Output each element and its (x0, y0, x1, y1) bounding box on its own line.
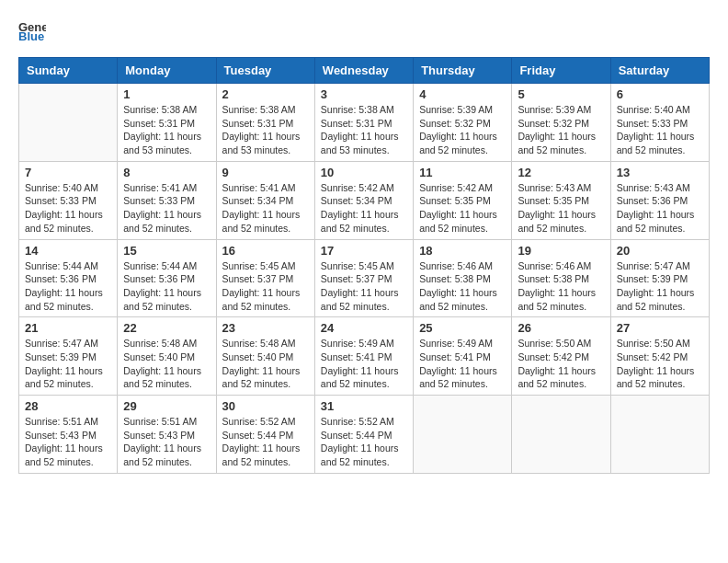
calendar-cell: 20Sunrise: 5:47 AMSunset: 5:39 PMDayligh… (610, 239, 709, 317)
day-header-thursday: Thursday (414, 58, 512, 84)
day-info: Sunrise: 5:39 AMSunset: 5:32 PMDaylight:… (419, 103, 506, 157)
week-row-3: 21Sunrise: 5:47 AMSunset: 5:39 PMDayligh… (19, 317, 710, 396)
day-info: Sunrise: 5:48 AMSunset: 5:40 PMDaylight:… (123, 337, 210, 391)
day-info: Sunrise: 5:50 AMSunset: 5:42 PMDaylight:… (518, 337, 604, 391)
day-info: Sunrise: 5:38 AMSunset: 5:31 PMDaylight:… (123, 103, 210, 157)
day-info: Sunrise: 5:44 AMSunset: 5:36 PMDaylight:… (25, 259, 111, 314)
calendar-cell: 22Sunrise: 5:48 AMSunset: 5:40 PMDayligh… (118, 317, 216, 396)
calendar-cell: 12Sunrise: 5:43 AMSunset: 5:35 PMDayligh… (512, 161, 610, 239)
day-number: 17 (321, 244, 407, 258)
calendar-cell: 2Sunrise: 5:38 AMSunset: 5:31 PMDaylight… (216, 84, 314, 162)
calendar-cell: 6Sunrise: 5:40 AMSunset: 5:33 PMDaylight… (610, 84, 709, 162)
calendar-cell: 5Sunrise: 5:39 AMSunset: 5:32 PMDaylight… (512, 84, 610, 162)
day-info: Sunrise: 5:47 AMSunset: 5:39 PMDaylight:… (617, 259, 703, 314)
day-number: 26 (518, 321, 604, 335)
day-info: Sunrise: 5:49 AMSunset: 5:41 PMDaylight:… (419, 337, 506, 391)
week-row-2: 14Sunrise: 5:44 AMSunset: 5:36 PMDayligh… (19, 239, 710, 317)
logo: General Blue (18, 18, 48, 40)
day-header-monday: Monday (118, 58, 216, 84)
calendar-cell: 27Sunrise: 5:50 AMSunset: 5:42 PMDayligh… (610, 317, 709, 396)
day-info: Sunrise: 5:46 AMSunset: 5:38 PMDaylight:… (518, 259, 604, 314)
day-number: 30 (222, 399, 309, 413)
calendar-cell: 14Sunrise: 5:44 AMSunset: 5:36 PMDayligh… (19, 239, 118, 317)
day-info: Sunrise: 5:47 AMSunset: 5:39 PMDaylight:… (25, 337, 111, 391)
day-header-wednesday: Wednesday (314, 58, 413, 84)
calendar-cell: 18Sunrise: 5:46 AMSunset: 5:38 PMDayligh… (414, 239, 512, 317)
day-info: Sunrise: 5:38 AMSunset: 5:31 PMDaylight:… (321, 103, 407, 157)
calendar-cell: 9Sunrise: 5:41 AMSunset: 5:34 PMDaylight… (216, 161, 314, 239)
day-info: Sunrise: 5:52 AMSunset: 5:44 PMDaylight:… (222, 415, 309, 469)
calendar-cell (610, 396, 709, 474)
calendar-cell: 1Sunrise: 5:38 AMSunset: 5:31 PMDaylight… (118, 84, 216, 162)
calendar-cell (512, 396, 610, 474)
day-number: 7 (25, 166, 111, 179)
day-number: 3 (321, 87, 407, 101)
calendar-cell: 26Sunrise: 5:50 AMSunset: 5:42 PMDayligh… (512, 317, 610, 396)
week-row-1: 7Sunrise: 5:40 AMSunset: 5:33 PMDaylight… (19, 161, 710, 239)
day-number: 21 (25, 321, 111, 335)
day-number: 18 (419, 244, 506, 258)
day-number: 13 (617, 166, 703, 179)
week-row-4: 28Sunrise: 5:51 AMSunset: 5:43 PMDayligh… (19, 396, 710, 474)
calendar-cell: 25Sunrise: 5:49 AMSunset: 5:41 PMDayligh… (414, 317, 512, 396)
calendar-cell: 16Sunrise: 5:45 AMSunset: 5:37 PMDayligh… (216, 239, 314, 317)
calendar-cell: 3Sunrise: 5:38 AMSunset: 5:31 PMDaylight… (314, 84, 413, 162)
day-info: Sunrise: 5:51 AMSunset: 5:43 PMDaylight:… (123, 415, 210, 469)
day-info: Sunrise: 5:46 AMSunset: 5:38 PMDaylight:… (419, 259, 506, 314)
day-info: Sunrise: 5:42 AMSunset: 5:34 PMDaylight:… (321, 181, 407, 236)
day-header-saturday: Saturday (610, 58, 709, 84)
day-number: 31 (321, 399, 407, 413)
calendar-cell: 21Sunrise: 5:47 AMSunset: 5:39 PMDayligh… (19, 317, 118, 396)
day-header-tuesday: Tuesday (216, 58, 314, 84)
calendar-cell: 23Sunrise: 5:48 AMSunset: 5:40 PMDayligh… (216, 317, 314, 396)
calendar-cell: 28Sunrise: 5:51 AMSunset: 5:43 PMDayligh… (19, 396, 118, 474)
day-info: Sunrise: 5:50 AMSunset: 5:42 PMDaylight:… (617, 337, 703, 391)
day-info: Sunrise: 5:51 AMSunset: 5:43 PMDaylight:… (25, 415, 111, 469)
day-info: Sunrise: 5:45 AMSunset: 5:37 PMDaylight:… (222, 259, 309, 314)
day-info: Sunrise: 5:40 AMSunset: 5:33 PMDaylight:… (617, 103, 703, 157)
day-number: 5 (518, 87, 604, 101)
calendar-cell: 31Sunrise: 5:52 AMSunset: 5:44 PMDayligh… (314, 396, 413, 474)
day-number: 1 (123, 87, 210, 101)
calendar: SundayMondayTuesdayWednesdayThursdayFrid… (18, 57, 710, 474)
calendar-cell: 10Sunrise: 5:42 AMSunset: 5:34 PMDayligh… (314, 161, 413, 239)
calendar-cell (19, 84, 118, 162)
day-header-sunday: Sunday (19, 58, 118, 84)
day-number: 2 (222, 87, 309, 101)
day-number: 6 (617, 87, 703, 101)
day-number: 11 (419, 166, 506, 179)
calendar-cell: 19Sunrise: 5:46 AMSunset: 5:38 PMDayligh… (512, 239, 610, 317)
day-number: 29 (123, 399, 210, 413)
day-header-friday: Friday (512, 58, 610, 84)
day-number: 25 (419, 321, 506, 335)
day-number: 20 (617, 244, 703, 258)
day-number: 22 (123, 321, 210, 335)
day-info: Sunrise: 5:45 AMSunset: 5:37 PMDaylight:… (321, 259, 407, 314)
calendar-cell (414, 396, 512, 474)
day-number: 27 (617, 321, 703, 335)
day-info: Sunrise: 5:41 AMSunset: 5:33 PMDaylight:… (123, 181, 210, 236)
day-number: 28 (25, 399, 111, 413)
day-number: 23 (222, 321, 309, 335)
calendar-cell: 30Sunrise: 5:52 AMSunset: 5:44 PMDayligh… (216, 396, 314, 474)
day-info: Sunrise: 5:44 AMSunset: 5:36 PMDaylight:… (123, 259, 210, 314)
day-number: 24 (321, 321, 407, 335)
calendar-cell: 17Sunrise: 5:45 AMSunset: 5:37 PMDayligh… (314, 239, 413, 317)
day-info: Sunrise: 5:43 AMSunset: 5:36 PMDaylight:… (617, 181, 703, 236)
day-number: 12 (518, 166, 604, 179)
day-info: Sunrise: 5:38 AMSunset: 5:31 PMDaylight:… (222, 103, 309, 157)
day-info: Sunrise: 5:43 AMSunset: 5:35 PMDaylight:… (518, 181, 604, 236)
day-info: Sunrise: 5:39 AMSunset: 5:32 PMDaylight:… (518, 103, 604, 157)
day-number: 8 (123, 166, 210, 179)
day-number: 19 (518, 244, 604, 258)
day-info: Sunrise: 5:52 AMSunset: 5:44 PMDaylight:… (321, 415, 407, 469)
day-info: Sunrise: 5:40 AMSunset: 5:33 PMDaylight:… (25, 181, 111, 236)
day-number: 14 (25, 244, 111, 258)
calendar-cell: 29Sunrise: 5:51 AMSunset: 5:43 PMDayligh… (118, 396, 216, 474)
day-info: Sunrise: 5:42 AMSunset: 5:35 PMDaylight:… (419, 181, 506, 236)
calendar-cell: 11Sunrise: 5:42 AMSunset: 5:35 PMDayligh… (414, 161, 512, 239)
calendar-cell: 24Sunrise: 5:49 AMSunset: 5:41 PMDayligh… (314, 317, 413, 396)
day-number: 15 (123, 244, 210, 258)
week-row-0: 1Sunrise: 5:38 AMSunset: 5:31 PMDaylight… (19, 84, 710, 162)
calendar-cell: 7Sunrise: 5:40 AMSunset: 5:33 PMDaylight… (19, 161, 118, 239)
